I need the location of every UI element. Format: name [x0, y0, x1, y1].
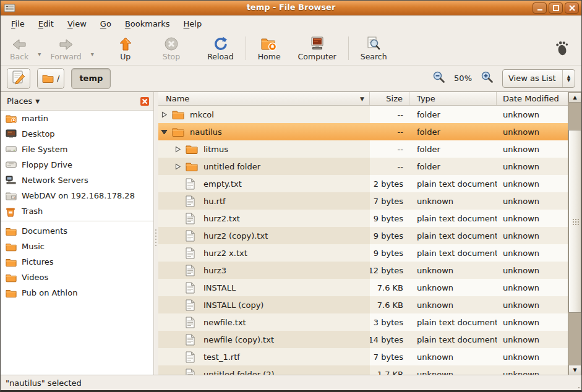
menu-bookmarks[interactable]: Bookmarks	[118, 17, 177, 30]
file-row-install-copy[interactable]: INSTALL (copy)7.6 KBunknownunknown	[158, 296, 568, 313]
file-size-cell: 7 bytes	[370, 348, 409, 365]
current-folder-button[interactable]: temp	[71, 68, 111, 89]
pane-resize-handle[interactable]	[154, 92, 158, 375]
expander-collapsed-icon[interactable]	[174, 163, 186, 170]
window-resize-grip[interactable]	[578, 387, 580, 388]
reload-icon	[213, 35, 228, 51]
file-name-cell[interactable]: hurz3	[158, 262, 370, 279]
column-header-type[interactable]: Type	[409, 92, 497, 105]
file-row-hurz3[interactable]: hurz312 bytesunknownunknown	[158, 262, 568, 279]
menu-help[interactable]: Help	[177, 17, 209, 30]
home-button[interactable]: Home	[252, 33, 286, 64]
sidebar-item-network-servers[interactable]: Network Servers	[1, 173, 153, 188]
sidebar-item-videos[interactable]: Videos	[1, 270, 153, 285]
root-folder-button[interactable]: /	[37, 68, 64, 89]
titlebar[interactable]: temp - File Browser	[1, 1, 581, 15]
menu-file[interactable]: File	[4, 17, 32, 30]
sidebar-item-music[interactable]: Music	[1, 239, 153, 254]
file-row-hurz2-txt[interactable]: hurz2.txt9 bytesplain text documentunkno…	[158, 210, 568, 227]
zoom-in-button[interactable]	[481, 70, 494, 86]
sidebar-item-desktop[interactable]: Desktop	[1, 126, 153, 142]
file-row-nautilus[interactable]: nautilus--folderunknown	[158, 123, 568, 140]
file-name-cell[interactable]: litmus	[158, 140, 370, 158]
file-row-install[interactable]: INSTALL7.6 KBunknownunknown	[158, 279, 568, 296]
column-header-size[interactable]: Size	[370, 92, 409, 105]
content-area: Places ▼ martinDesktopFile SystemFloppy …	[1, 92, 581, 375]
file-row-hurz2-x-txt[interactable]: hurz2 x.txt9 bytesplain text documentunk…	[158, 244, 568, 262]
file-name-cell[interactable]: hurz2 x.txt	[158, 244, 370, 262]
sidebar-item-webdav-on-192-168-178-28[interactable]: WebDAV on 192.168.178.28	[1, 188, 153, 203]
file-row-hu-rtf[interactable]: hu.rtf7 bytesunknownunknown	[158, 192, 568, 210]
column-header-date-modified[interactable]: Date Modified	[497, 92, 568, 105]
file-name-cell[interactable]: nautilus	[158, 123, 370, 140]
expander-expanded-icon[interactable]	[161, 129, 172, 135]
sidebar-item-pub-on-athlon[interactable]: Pub on Athlon	[1, 285, 153, 300]
file-row-newfile-copy-txt[interactable]: newfile (copy).txt14 bytesplain text doc…	[158, 331, 568, 348]
up-button[interactable]: Up	[111, 33, 140, 64]
file-name-cell[interactable]: hu.rtf	[158, 192, 370, 210]
column-header-name[interactable]: Name ▼	[158, 92, 370, 105]
stop-button[interactable]: Stop	[157, 33, 186, 64]
file-name-cell[interactable]: test_1.rtf	[158, 348, 370, 365]
file-name-cell[interactable]: mkcol	[158, 106, 370, 123]
file-name-cell[interactable]: hurz2.txt	[158, 210, 370, 227]
file-name-cell[interactable]: newfile (copy).txt	[158, 331, 370, 348]
sidebar-item-martin[interactable]: martin	[1, 111, 153, 126]
computer-button[interactable]: Computer	[293, 33, 342, 64]
sidebar-separator	[1, 221, 153, 221]
edit-location-button[interactable]	[7, 68, 30, 89]
zoom-out-button[interactable]	[432, 70, 445, 86]
view-mode-select[interactable]: View as List ▲▼	[502, 69, 575, 88]
file-row-mkcol[interactable]: mkcol--folderunknown	[158, 106, 568, 123]
file-name-cell[interactable]: empty.txt	[158, 175, 370, 192]
menu-edit[interactable]: Edit	[32, 17, 61, 30]
file-name-cell[interactable]: INSTALL	[158, 279, 370, 296]
maximize-button[interactable]	[549, 2, 563, 14]
search-button[interactable]: Search	[355, 33, 393, 64]
file-size-cell: 12 bytes	[370, 262, 409, 279]
back-button[interactable]: Back	[4, 33, 34, 64]
forward-button[interactable]: Forward	[45, 33, 87, 64]
sidebar-item-pictures[interactable]: Pictures	[1, 254, 153, 270]
sidebar-item-file-system[interactable]: File System	[1, 142, 153, 157]
file-row-newfile-txt[interactable]: newfile.txt3 bytesplain text documentunk…	[158, 313, 568, 331]
scroll-down-button[interactable]: ▼	[568, 365, 581, 375]
file-name-label: mkcol	[190, 110, 214, 119]
file-row-hurz2-copy-txt[interactable]: hurz2 (copy).txt9 bytesplain text docume…	[158, 227, 568, 244]
menu-go[interactable]: Go	[93, 17, 118, 30]
file-row-empty-txt[interactable]: empty.txt2 bytesplain text documentunkno…	[158, 175, 568, 192]
file-type-cell: folder	[409, 140, 497, 158]
file-name-cell[interactable]: untitled folder (2)	[158, 365, 370, 375]
menu-view[interactable]: View	[61, 17, 93, 30]
scrollbar-thumb[interactable]	[568, 130, 581, 313]
sidebar-item-documents[interactable]: Documents	[1, 223, 153, 239]
file-date-cell: unknown	[497, 192, 568, 210]
file-row-test-1-rtf[interactable]: test_1.rtf7 bytesunknownunknown	[158, 348, 568, 365]
file-name-cell[interactable]: untitled folder	[158, 158, 370, 175]
file-name-cell[interactable]: INSTALL (copy)	[158, 296, 370, 313]
scrollbar-trough[interactable]	[568, 103, 581, 365]
file-name-cell[interactable]: hurz2 (copy).txt	[158, 227, 370, 244]
sort-arrow-icon: ▼	[360, 96, 364, 102]
minimize-button[interactable]	[533, 2, 547, 14]
close-sidebar-button[interactable]	[140, 96, 150, 106]
close-button[interactable]	[565, 2, 579, 14]
vertical-scrollbar[interactable]: ▲ ▼	[568, 92, 581, 375]
file-name-cell[interactable]: newfile.txt	[158, 313, 370, 331]
back-arrow-icon	[12, 35, 27, 51]
back-dropdown-button[interactable]: ▾	[34, 51, 45, 58]
sidebar-item-floppy-drive[interactable]: Floppy Drive	[1, 157, 153, 173]
file-row-untitled-folder[interactable]: untitled folder--folderunknown	[158, 158, 568, 175]
scroll-up-button[interactable]: ▲	[568, 92, 581, 103]
expander-collapsed-icon[interactable]	[174, 146, 186, 153]
file-type-cell: unknown	[409, 296, 497, 313]
file-row-untitled-folder-2[interactable]: untitled folder (2)1.7 KBunknownunknown	[158, 365, 568, 375]
expander-collapsed-icon[interactable]	[161, 111, 172, 118]
status-text: "nautilus" selected	[6, 378, 82, 388]
sidebar-item-trash[interactable]: Trash	[1, 203, 153, 219]
file-type-cell: folder	[409, 106, 497, 123]
forward-dropdown-button[interactable]: ▾	[87, 51, 98, 58]
places-dropdown[interactable]: Places	[7, 96, 32, 106]
reload-button[interactable]: Reload	[202, 33, 239, 64]
file-row-litmus[interactable]: litmus--folderunknown	[158, 140, 568, 158]
